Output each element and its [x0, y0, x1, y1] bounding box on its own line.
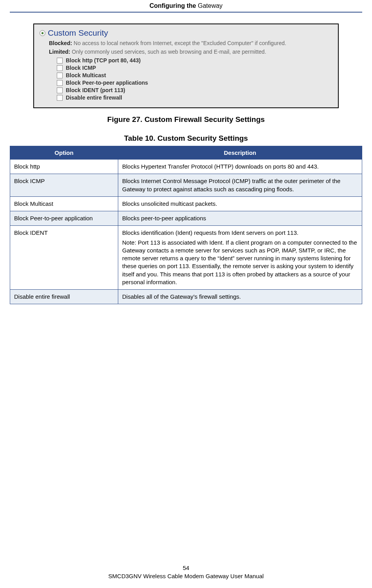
blocked-text: No access to local network from Internet…	[72, 40, 286, 46]
option-cell: Block Multicast	[10, 196, 118, 211]
description-text: Blocks identification (Ident) requests f…	[122, 229, 358, 237]
option-cell: Block IDENT	[10, 226, 118, 290]
custom-security-title: Custom Security	[48, 28, 108, 38]
description-text: Disables all of the Gateway’s firewall s…	[122, 293, 358, 301]
checkbox-icon[interactable]	[57, 87, 63, 93]
table-row: Block IDENTBlocks identification (Ident)…	[10, 226, 362, 290]
screenshot-panel: Custom Security Blocked: No access to lo…	[33, 24, 339, 108]
page-footer: 54 SMCD3GNV Wireless Cable Modem Gateway…	[0, 564, 372, 579]
description-cell: Blocks identification (Ident) requests f…	[118, 226, 362, 290]
description-cell: Blocks Hypertext Transfer Protocol (HTTP…	[118, 160, 362, 174]
limited-text: Only commonly used services, such as web…	[70, 49, 266, 55]
checkbox-label: Block Peer-to-peer applications	[66, 80, 148, 86]
blocked-line: Blocked: No access to local network from…	[49, 40, 332, 46]
description-text: Blocks unsolicited multicast packets.	[122, 200, 358, 208]
description-cell: Blocks peer-to-peer applications	[118, 211, 362, 226]
checkbox-icon[interactable]	[57, 58, 63, 64]
table-row: Disable entire firewallDisables all of t…	[10, 290, 362, 304]
checkbox-label: Block Multicast	[66, 72, 106, 78]
checkbox-row: Block Multicast	[57, 72, 332, 78]
option-cell: Block Peer-to-peer application	[10, 211, 118, 226]
checkbox-row: Block ICMP	[57, 65, 332, 71]
description-cell: Blocks Internet Control Message Protocol…	[118, 174, 362, 197]
custom-security-radio-row: Custom Security	[40, 28, 332, 38]
th-description: Description	[118, 146, 362, 160]
table-row: Block MulticastBlocks unsolicited multic…	[10, 196, 362, 211]
option-cell: Block ICMP	[10, 174, 118, 197]
checkbox-icon[interactable]	[57, 80, 63, 86]
manual-title: SMCD3GNV Wireless Cable Modem Gateway Us…	[0, 573, 372, 579]
checkbox-row: Disable entire firewall	[57, 94, 332, 101]
checkbox-label: Block IDENT (port 113)	[66, 87, 125, 93]
checkbox-icon[interactable]	[57, 65, 63, 71]
checkbox-row: Block http (TCP port 80, 443)	[57, 57, 332, 64]
description-text: Blocks Internet Control Message Protocol…	[122, 177, 358, 193]
figure-caption: Figure 27. Custom Firewall Security Sett…	[10, 115, 362, 124]
checkbox-row: Block Peer-to-peer applications	[57, 80, 332, 86]
description-cell: Blocks unsolicited multicast packets.	[118, 196, 362, 211]
checkbox-row: Block IDENT (port 113)	[57, 87, 332, 93]
table-caption: Table 10. Custom Security Settings	[10, 134, 362, 143]
blocked-label: Blocked:	[49, 40, 72, 46]
table-row: Block httpBlocks Hypertext Transfer Prot…	[10, 160, 362, 174]
header-light: Gateway	[198, 2, 222, 9]
checkbox-icon[interactable]	[57, 73, 63, 78]
option-cell: Block http	[10, 160, 118, 174]
th-option: Option	[10, 146, 118, 160]
table-row: Block ICMPBlocks Internet Control Messag…	[10, 174, 362, 197]
checkbox-label: Disable entire firewall	[66, 94, 122, 101]
description-text: Note: Port 113 is associated with Ident.…	[122, 239, 358, 287]
limited-line: Limited: Only commonly used services, su…	[49, 49, 332, 55]
checkbox-label: Block ICMP	[66, 65, 96, 71]
description-cell: Disables all of the Gateway’s firewall s…	[118, 290, 362, 304]
radio-selected-icon[interactable]	[40, 30, 45, 36]
limited-label: Limited:	[49, 49, 70, 55]
page-number: 54	[0, 564, 372, 571]
option-cell: Disable entire firewall	[10, 290, 118, 304]
description-text: Blocks Hypertext Transfer Protocol (HTTP…	[122, 163, 358, 171]
checkbox-list: Block http (TCP port 80, 443)Block ICMPB…	[57, 57, 332, 101]
settings-table: Option Description Block httpBlocks Hype…	[10, 146, 362, 304]
page-header: Configuring the Gateway	[10, 0, 362, 13]
description-text: Blocks peer-to-peer applications	[122, 214, 358, 222]
checkbox-label: Block http (TCP port 80, 443)	[66, 57, 141, 64]
header-bold: Configuring the	[150, 2, 198, 9]
checkbox-icon[interactable]	[57, 95, 63, 101]
table-row: Block Peer-to-peer applicationBlocks pee…	[10, 211, 362, 226]
